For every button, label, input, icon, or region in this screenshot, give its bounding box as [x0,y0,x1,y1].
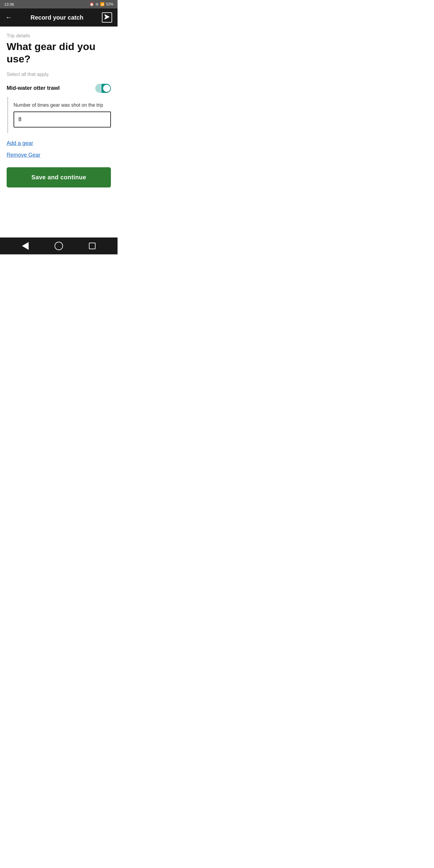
select-hint: Select all that apply. [7,72,111,77]
page-title: What gear did you use? [7,40,111,65]
nav-title: Record your catch [30,14,84,21]
status-icons: ⏰ ⊖ 📶 52% [90,2,113,6]
gear-toggle-row: Mid-water otter trawl [7,84,111,93]
main-content: Trip details What gear did you use? Sele… [0,27,118,238]
bottom-nav [0,238,118,254]
logout-button[interactable]: ⮞ [102,12,112,23]
status-time: 13:36 [4,2,14,7]
recents-nav-icon[interactable] [89,243,96,249]
toggle-track [95,84,111,93]
signal-icon: 📶 [100,2,104,6]
do-not-disturb-icon: ⊖ [96,2,98,6]
gear-toggle[interactable] [95,84,111,93]
battery-icon: 52% [106,2,113,6]
add-gear-link[interactable]: Add a gear [7,140,111,147]
action-links: Add a gear Remove Gear [7,140,111,158]
back-button[interactable]: ← [5,13,12,22]
back-nav-icon[interactable] [22,242,29,250]
toggle-thumb [103,85,110,92]
home-nav-icon[interactable] [55,242,63,250]
remove-gear-link[interactable]: Remove Gear [7,152,111,158]
save-continue-button[interactable]: Save and continue [7,167,111,187]
shot-times-label: Number of times gear was shot on the tri… [13,102,111,108]
status-bar: 13:36 ⏰ ⊖ 📶 52% [0,0,118,8]
nav-bar: ← Record your catch ⮞ [0,8,118,27]
shot-times-input[interactable] [13,112,111,127]
alarm-icon: ⏰ [90,2,94,6]
trip-details-label: Trip details [7,33,111,38]
gear-sub-form: Number of times gear was shot on the tri… [7,97,111,133]
gear-name: Mid-water otter trawl [7,85,60,91]
